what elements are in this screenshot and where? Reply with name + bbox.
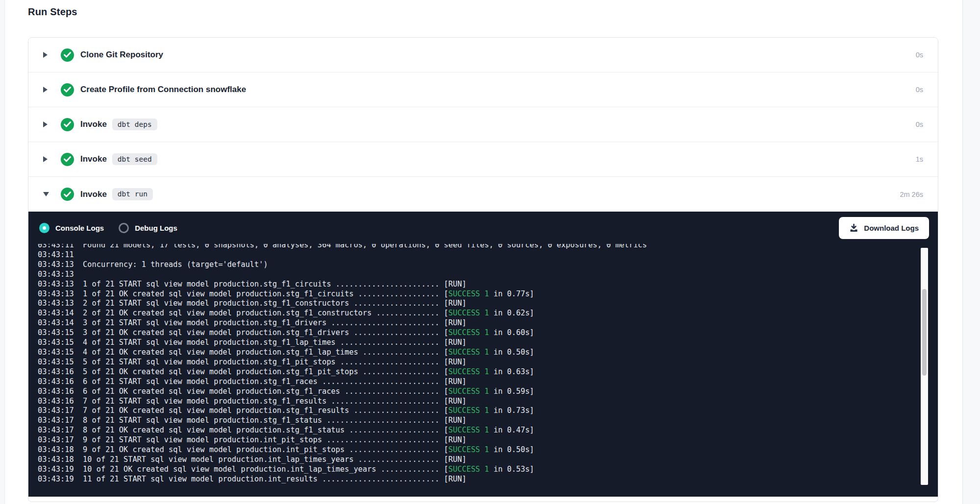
- caret-down-icon[interactable]: [43, 192, 49, 196]
- step-row-invoke-dbt-seed[interactable]: Invoke dbt seed 1s: [28, 142, 938, 177]
- log-line: 03:43:15 5 of 21 START sql view model pr…: [38, 358, 938, 367]
- console-logs-label: Console Logs: [55, 224, 104, 232]
- radio-unselected-icon[interactable]: [119, 223, 129, 233]
- log-line: 03:43:18 10 of 21 START sql view model p…: [38, 455, 938, 465]
- command-chip: dbt seed: [112, 153, 157, 166]
- log-line: 03:43:11 Found 21 models, 17 tests, 0 sn…: [38, 244, 938, 250]
- log-line: 03:43:13 Concurrency: 1 threads (target=…: [38, 260, 938, 270]
- log-line: 03:43:17 8 of 21 START sql view model pr…: [38, 416, 938, 426]
- log-line: 03:43:11: [38, 250, 938, 260]
- console-header: Console Logs Debug Logs Download Logs: [28, 212, 938, 244]
- page-title: Run Steps: [28, 6, 77, 18]
- download-logs-label: Download Logs: [864, 224, 919, 232]
- log-line: 03:43:16 7 of 21 START sql view model pr…: [38, 397, 938, 407]
- step-row-invoke-dbt-run[interactable]: Invoke dbt run 2m 26s: [28, 177, 938, 212]
- success-check-icon: [61, 118, 74, 131]
- caret-right-icon[interactable]: [43, 52, 49, 58]
- step-row-create-profile[interactable]: Create Profile from Connection snowflake…: [28, 72, 938, 107]
- log-lines: 03:43:11 Found 21 models, 17 tests, 0 sn…: [38, 244, 938, 484]
- success-check-icon: [61, 48, 74, 62]
- download-icon: [849, 223, 858, 233]
- log-line: 03:43:18 9 of 21 OK created sql view mod…: [38, 445, 938, 455]
- success-check-icon: [61, 83, 74, 96]
- log-line: 03:43:16 6 of 21 OK created sql view mod…: [38, 387, 938, 397]
- log-line: 03:43:16 6 of 21 START sql view model pr…: [38, 377, 938, 387]
- log-line: 03:43:17 9 of 21 START sql view model pr…: [38, 435, 938, 445]
- step-duration: 0s: [916, 86, 923, 94]
- caret-right-icon[interactable]: [43, 121, 49, 127]
- log-line: 03:43:14 3 of 21 START sql view model pr…: [38, 318, 938, 328]
- step-duration: 1s: [916, 155, 923, 163]
- download-logs-button[interactable]: Download Logs: [839, 217, 929, 239]
- step-label: Create Profile from Connection snowflake: [80, 85, 246, 95]
- log-line: 03:43:16 5 of 21 OK created sql view mod…: [38, 367, 938, 377]
- log-line: 03:43:15 4 of 21 START sql view model pr…: [38, 338, 938, 348]
- debug-logs-radio-option[interactable]: Debug Logs: [119, 223, 177, 233]
- success-check-icon: [61, 188, 74, 201]
- caret-right-icon[interactable]: [43, 156, 49, 162]
- success-check-icon: [61, 153, 74, 166]
- caret-right-icon[interactable]: [43, 87, 49, 93]
- radio-selected-icon[interactable]: [39, 223, 49, 233]
- debug-logs-label: Debug Logs: [135, 224, 177, 232]
- command-chip: dbt deps: [112, 119, 157, 131]
- log-line: 03:43:17 7 of 21 OK created sql view mod…: [38, 406, 938, 416]
- log-viewport[interactable]: 03:43:11 Found 21 models, 17 tests, 0 sn…: [28, 244, 938, 497]
- step-label: Clone Git Repository: [80, 50, 163, 60]
- step-label: Invoke: [80, 120, 107, 129]
- scrollbar-thumb[interactable]: [922, 289, 927, 376]
- step-label: Invoke: [80, 154, 107, 164]
- step-duration: 0s: [916, 51, 923, 59]
- step-duration: 2m 26s: [900, 191, 923, 198]
- step-duration: 0s: [916, 120, 923, 128]
- run-steps-card: Clone Git Repository 0s Create Profile f…: [28, 37, 938, 502]
- step-label: Invoke: [80, 190, 107, 199]
- scrollbar-track[interactable]: [921, 248, 928, 485]
- main-content: Run Steps Clone Git Repository 0s Create…: [4, 0, 963, 504]
- log-line: 03:43:19 10 of 21 OK created sql view mo…: [38, 465, 938, 475]
- log-line: 03:43:13: [38, 270, 938, 280]
- log-line: 03:43:13 1 of 21 START sql view model pr…: [38, 280, 938, 289]
- step-row-invoke-dbt-deps[interactable]: Invoke dbt deps 0s: [28, 107, 938, 142]
- log-line: 03:43:13 2 of 21 START sql view model pr…: [38, 299, 938, 309]
- log-line: 03:43:13 1 of 21 OK created sql view mod…: [38, 289, 938, 299]
- command-chip: dbt run: [112, 188, 153, 200]
- log-line: 03:43:14 2 of 21 OK created sql view mod…: [38, 309, 938, 318]
- console-log-panel: Console Logs Debug Logs Download Logs: [28, 212, 938, 497]
- log-line: 03:43:15 4 of 21 OK created sql view mod…: [38, 348, 938, 358]
- log-line: 03:43:17 8 of 21 OK created sql view mod…: [38, 426, 938, 435]
- log-line: 03:43:19 11 of 21 START sql view model p…: [38, 475, 938, 484]
- step-row-clone-git-repository[interactable]: Clone Git Repository 0s: [28, 38, 938, 72]
- log-line: 03:43:15 3 of 21 OK created sql view mod…: [38, 328, 938, 338]
- console-logs-radio-option[interactable]: Console Logs: [39, 223, 104, 233]
